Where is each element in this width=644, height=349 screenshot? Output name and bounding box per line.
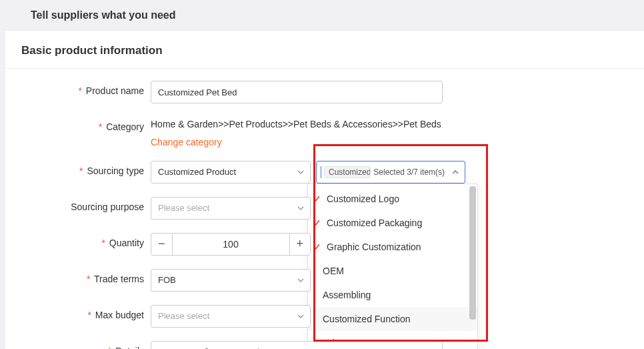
required-mark: * bbox=[87, 274, 90, 284]
required-mark: * bbox=[87, 310, 91, 320]
chevron-down-icon bbox=[297, 168, 305, 176]
label-text: Details bbox=[115, 346, 144, 349]
check-icon: ✓ bbox=[313, 242, 323, 252]
label-category: * Category bbox=[5, 117, 144, 132]
chevron-down-icon bbox=[297, 312, 305, 320]
trade-terms-select[interactable]: FOB bbox=[151, 269, 311, 292]
dropdown-option[interactable]: Customized Function bbox=[308, 307, 477, 331]
dropdown-option[interactable]: ✓Customized Logo bbox=[308, 187, 477, 211]
select-placeholder: Please select bbox=[158, 311, 209, 321]
check-icon: ✓ bbox=[313, 218, 323, 228]
chevron-up-icon bbox=[451, 168, 459, 176]
customization-multiselect[interactable]: Customized Lo Selected 3/7 item(s) ✓Cust… bbox=[316, 161, 465, 184]
label-text: Max budget bbox=[95, 310, 144, 320]
dropdown-option-label: Customized Logo bbox=[327, 194, 399, 204]
chevron-down-icon bbox=[297, 204, 305, 212]
row-category: * Category Home & Garden>>Pet Products>>… bbox=[5, 117, 617, 147]
required-mark: * bbox=[79, 165, 83, 176]
sourcing-type-select[interactable]: Customized Product bbox=[151, 161, 311, 184]
label-sourcing-purpose: Sourcing purpose bbox=[5, 197, 144, 212]
select-placeholder: Please select bbox=[158, 203, 209, 213]
required-mark: * bbox=[108, 346, 111, 349]
label-details: * Details bbox=[5, 341, 144, 349]
dropdown-option[interactable]: ✓Customized Packaging bbox=[308, 211, 477, 235]
dropdown-option[interactable]: Assembling bbox=[308, 283, 477, 307]
dropdown-option[interactable]: OEM bbox=[308, 259, 477, 283]
change-category-link[interactable]: Change category bbox=[151, 137, 222, 147]
dropdown-option-label: Customized Function bbox=[313, 314, 411, 324]
dropdown-option-label: Assembling bbox=[313, 290, 371, 300]
section-title: Basic product information bbox=[5, 31, 644, 69]
label-text: Category bbox=[106, 121, 144, 132]
label-text: Trade terms bbox=[94, 274, 144, 284]
page-title: Tell suppliers what you need bbox=[0, 0, 644, 31]
select-value: Customized Product bbox=[158, 167, 236, 177]
form: * Product name * Category Home & Garden>… bbox=[5, 69, 644, 349]
text-cursor bbox=[321, 166, 321, 178]
required-mark: * bbox=[99, 121, 102, 132]
label-text: Sourcing type bbox=[87, 165, 144, 176]
dropdown-option-label: OEM bbox=[313, 266, 344, 276]
row-sourcing-type: * Sourcing type Customized Product Custo… bbox=[5, 161, 617, 184]
label-text: Product name bbox=[86, 85, 144, 96]
max-budget-select[interactable]: Please select bbox=[151, 305, 311, 328]
multiselect-dropdown: ✓Customized Logo✓Customized Packaging✓Gr… bbox=[307, 184, 478, 349]
label-trade-terms: * Trade terms bbox=[5, 269, 144, 284]
label-text: Quantity bbox=[109, 238, 144, 248]
details-textarea[interactable] bbox=[151, 341, 443, 349]
sourcing-purpose-select[interactable]: Please select bbox=[151, 197, 311, 220]
scrollbar-thumb[interactable] bbox=[469, 186, 476, 320]
check-icon: ✓ bbox=[313, 194, 323, 204]
chevron-down-icon bbox=[297, 276, 305, 284]
quantity-input[interactable] bbox=[173, 234, 289, 255]
basic-info-card: Basic product information * Product name… bbox=[5, 31, 644, 349]
row-product-name: * Product name bbox=[5, 81, 617, 103]
dropdown-option-label: Graphic Customization bbox=[327, 242, 421, 252]
label-product-name: * Product name bbox=[5, 81, 144, 96]
dropdown-option[interactable]: ✓Graphic Customization bbox=[308, 235, 477, 259]
label-text: Sourcing purpose bbox=[71, 202, 144, 212]
product-name-input[interactable] bbox=[151, 81, 443, 103]
quantity-stepper: − + bbox=[151, 233, 311, 256]
quantity-decrement-button[interactable]: − bbox=[151, 234, 173, 255]
multiselect-summary: Selected 3/7 item(s) bbox=[373, 167, 445, 177]
label-quantity: * Quantity bbox=[5, 233, 144, 248]
required-mark: * bbox=[102, 238, 105, 248]
label-sourcing-type: * Sourcing type bbox=[5, 161, 144, 176]
category-breadcrumb: Home & Garden>>Pet Products>>Pet Beds & … bbox=[151, 117, 441, 131]
select-value: FOB bbox=[158, 275, 176, 285]
multiselect-tag[interactable]: Customized Lo bbox=[324, 166, 371, 178]
label-max-budget: * Max budget bbox=[5, 305, 144, 320]
dropdown-option-label: Customized Packaging bbox=[327, 218, 422, 228]
required-mark: * bbox=[78, 85, 81, 96]
quantity-increment-button[interactable]: + bbox=[289, 234, 311, 255]
row-details: * Details bbox=[5, 341, 617, 349]
